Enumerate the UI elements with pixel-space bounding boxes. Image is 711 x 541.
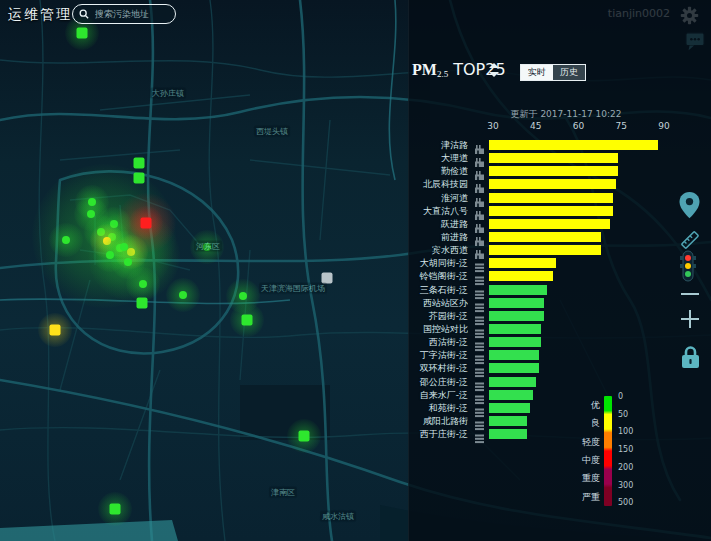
factory-icon [474, 219, 485, 230]
ruler-icon[interactable] [678, 228, 702, 252]
pm25-bar[interactable] [489, 350, 539, 360]
factory-icon [474, 206, 485, 217]
bar-row[interactable]: 铃铛阁街-泛 [408, 270, 711, 283]
map-place-label: 西堤头镇 [254, 126, 290, 137]
map-place-label: 咸水沽镇 [320, 511, 356, 522]
bar-row[interactable]: 国控站对比 [408, 323, 711, 336]
legend-level-label: 良 [554, 417, 600, 430]
pm25-bar[interactable] [489, 219, 610, 229]
pm25-bar[interactable] [489, 337, 541, 347]
bar-category-label: 和苑街-泛 [408, 403, 468, 415]
bar-row[interactable]: 淮河道 [408, 192, 711, 205]
pollution-dot-marker[interactable] [106, 251, 114, 259]
pm25-bar[interactable] [489, 403, 530, 413]
station-square-marker[interactable] [50, 325, 61, 336]
bar-row[interactable]: 双环村街-泛 [408, 362, 711, 375]
pm25-bar[interactable] [489, 193, 613, 203]
station-square-marker[interactable] [77, 28, 88, 39]
station-square-marker[interactable] [134, 173, 145, 184]
bar-category-label: 西于庄街-泛 [408, 429, 468, 441]
pm25-bar[interactable] [489, 140, 658, 150]
pm25-bar[interactable] [489, 206, 613, 216]
pm25-bar[interactable] [489, 324, 541, 334]
pm25-bar[interactable] [489, 416, 527, 426]
station-square-marker[interactable] [242, 315, 253, 326]
pollution-dot-marker[interactable] [88, 198, 96, 206]
sort-toggle-icon[interactable] [489, 63, 499, 77]
search-input[interactable] [93, 8, 169, 20]
pm25-bar[interactable] [489, 245, 601, 255]
legend-level-label: 严重 [554, 491, 600, 504]
station-square-marker[interactable] [137, 298, 148, 309]
tab-history[interactable]: 历史 [553, 65, 585, 80]
pm25-bar[interactable] [489, 429, 527, 439]
factory-icon [474, 153, 485, 164]
bar-row[interactable]: 芥园街-泛 [408, 310, 711, 323]
pollution-dot-marker[interactable] [127, 248, 135, 256]
legend-tick-value: 50 [618, 410, 628, 419]
pollution-dot-marker[interactable] [110, 220, 118, 228]
location-pin-icon[interactable] [679, 192, 700, 219]
tab-realtime[interactable]: 实时 [521, 65, 553, 80]
bar-category-label: 国控站对比 [408, 324, 468, 336]
pollution-dot-marker[interactable] [139, 280, 147, 288]
zoom-out-icon[interactable] [681, 293, 699, 295]
bar-category-label: 北辰科技园 [408, 179, 468, 191]
pollution-dot-marker[interactable] [179, 291, 187, 299]
bar-row[interactable]: 丁字沽街-泛 [408, 349, 711, 362]
legend-level-label: 优 [554, 399, 600, 412]
station-list-icon [474, 271, 485, 282]
pm25-bar[interactable] [489, 179, 616, 189]
pm25-bar[interactable] [489, 377, 536, 387]
station-list-icon [474, 298, 485, 309]
bar-row[interactable]: 大理道 [408, 152, 711, 165]
station-square-marker[interactable] [134, 158, 145, 169]
pm25-bar[interactable] [489, 271, 553, 281]
bar-category-label: 双环村街-泛 [408, 363, 468, 375]
pm25-bar[interactable] [489, 232, 601, 242]
bar-category-label: 铃铛阁街-泛 [408, 271, 468, 283]
bar-row[interactable]: 前进路 [408, 231, 711, 244]
x-axis: 3045607590 [408, 121, 711, 133]
bar-row[interactable]: 西站站区办 [408, 297, 711, 310]
bar-category-label: 宾水西道 [408, 245, 468, 257]
bar-row[interactable]: 勤俭道 [408, 165, 711, 178]
pm25-bar[interactable] [489, 298, 544, 308]
search-box[interactable] [72, 4, 176, 24]
bar-category-label: 大直沽八号 [408, 206, 468, 218]
bar-category-label: 淮河道 [408, 193, 468, 205]
station-square-marker[interactable] [141, 218, 152, 229]
pm25-bar[interactable] [489, 363, 539, 373]
bar-row[interactable]: 大直沽八号 [408, 205, 711, 218]
bar-row[interactable]: 北辰科技园 [408, 178, 711, 191]
pm25-bar[interactable] [489, 285, 547, 295]
bar-row[interactable]: 邵公庄街-泛 [408, 376, 711, 389]
pm25-bar[interactable] [489, 311, 544, 321]
lock-icon[interactable] [680, 345, 701, 369]
station-square-marker[interactable] [110, 504, 121, 515]
pm25-bar[interactable] [489, 166, 618, 176]
pollution-dot-marker[interactable] [239, 292, 247, 300]
pollution-dot-marker[interactable] [120, 243, 128, 251]
pollution-dot-marker[interactable] [97, 228, 105, 236]
zoom-in-icon[interactable] [681, 310, 699, 328]
legend-level-label: 重度 [554, 472, 600, 485]
traffic-light-icon[interactable] [680, 250, 696, 282]
bar-row[interactable]: 三条石街-泛 [408, 284, 711, 297]
bar-row[interactable]: 大胡同街-泛 [408, 257, 711, 270]
station-square-marker[interactable] [299, 431, 310, 442]
pollution-dot-marker[interactable] [103, 237, 111, 245]
bar-row[interactable]: 西沽街-泛 [408, 336, 711, 349]
aqi-legend: 优良轻度中度重度严重050100150200300500 [556, 394, 656, 512]
factory-icon [474, 232, 485, 243]
pm25-bar[interactable] [489, 153, 618, 163]
pm25-bar[interactable] [489, 390, 533, 400]
bar-row[interactable]: 津沽路 [408, 139, 711, 152]
station-list-icon [474, 285, 485, 296]
pm25-bar[interactable] [489, 258, 556, 268]
bar-row[interactable]: 宾水西道 [408, 244, 711, 257]
bar-row[interactable]: 跃进路 [408, 218, 711, 231]
pollution-dot-marker[interactable] [124, 258, 132, 266]
pollution-dot-marker[interactable] [62, 236, 70, 244]
pollution-dot-marker[interactable] [87, 210, 95, 218]
